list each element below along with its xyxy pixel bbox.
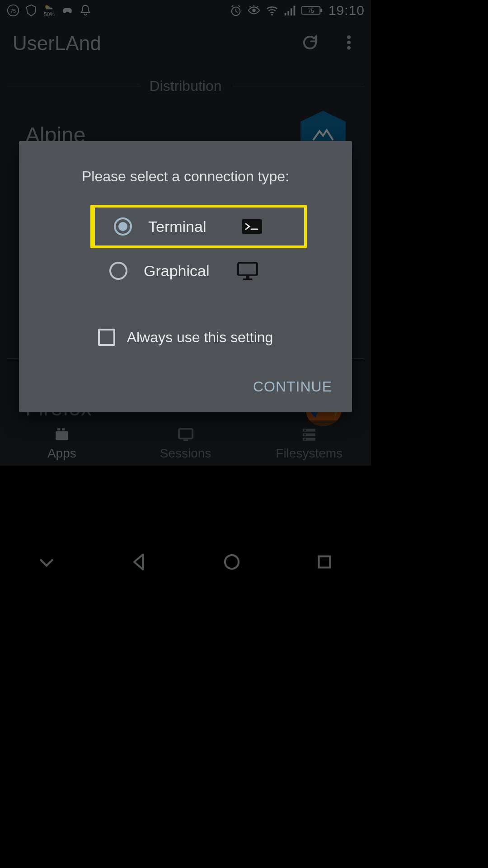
svg-rect-33 [243,278,252,280]
monitor-icon [237,260,258,282]
connection-type-dialog: Please select a connection type: Termina… [19,141,352,412]
always-use-row[interactable]: Always use this setting [33,329,338,346]
radio-terminal[interactable] [114,217,132,236]
option-label: Terminal [148,218,225,236]
svg-rect-30 [242,219,262,234]
option-label: Graphical [144,262,221,280]
svg-rect-31 [238,263,257,275]
continue-button[interactable]: CONTINUE [247,373,338,401]
svg-rect-32 [246,276,249,278]
terminal-icon [241,216,263,237]
option-terminal[interactable]: Terminal [95,208,304,245]
always-checkbox[interactable] [98,329,115,346]
always-label: Always use this setting [127,329,273,346]
highlight-box: Terminal [90,205,307,248]
dialog-prompt: Please select a connection type: [33,168,338,185]
radio-graphical[interactable] [109,262,127,280]
option-graphical[interactable]: Graphical [90,252,307,290]
